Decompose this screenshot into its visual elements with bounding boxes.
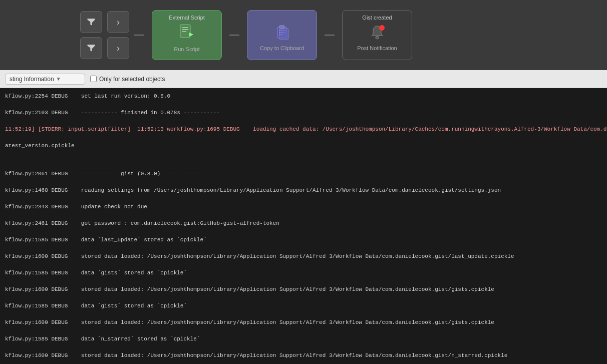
log-line: 11:52:19] [STDERR: input.scriptfilter] 1… (5, 125, 602, 134)
filter-select[interactable]: sting Information ▼ (5, 74, 85, 85)
gist-node-inner: Post Notification (357, 24, 397, 51)
clipboard-node-inner: Copy to Clipboard (260, 24, 304, 51)
clipboard-icon (273, 24, 290, 43)
script-node-title: External Script (152, 15, 221, 21)
filter-select-label: sting Information (10, 76, 54, 83)
log-line: kflow.py:1468 DEBUG reading settings fro… (5, 186, 602, 195)
external-script-node[interactable]: External Script Run Script (152, 10, 222, 60)
clipboard-node[interactable]: Copy to Clipboard (247, 10, 317, 60)
log-line (5, 158, 602, 161)
filter-node-1[interactable] (80, 11, 102, 33)
log-line: kflow.py:2461 DEBUG got password : com.d… (5, 219, 602, 228)
workflow-canvas: › › External Script Run Script (0, 0, 607, 70)
arrow-node-2[interactable]: › (107, 37, 129, 59)
red-dot-indicator (379, 25, 385, 31)
log-line: kflow.py:2103 DEBUG ----------- finished… (5, 109, 602, 117)
filter-icon-2 (86, 43, 96, 53)
log-line: kflow.py:1585 DEBUG data `n_starred` sto… (5, 335, 602, 343)
svg-point-11 (376, 36, 379, 39)
svg-rect-6 (279, 26, 284, 29)
gist-node-label: Post Notification (357, 45, 397, 51)
log-line: atest_version.cpickle (5, 142, 602, 150)
log-line: kflow.py:2343 DEBUG update check not due (5, 203, 602, 211)
checkbox-label-text: Only for selected objects (99, 76, 165, 83)
svg-rect-10 (279, 29, 288, 40)
toolbar: sting Information ▼ Only for selected ob… (0, 70, 607, 88)
filter-node-2[interactable] (80, 37, 102, 59)
arrow-node-1[interactable]: › (107, 11, 129, 33)
script-node-icon (178, 24, 195, 44)
svg-rect-0 (180, 25, 190, 38)
log-line: kflow.py:2254 DEBUG set last run version… (5, 92, 602, 101)
gist-node-title: Gist created (343, 15, 412, 21)
run-script-icon (178, 24, 195, 41)
arrow-group: › › (107, 11, 129, 59)
filter-icon-1 (86, 17, 96, 27)
log-line: kflow.py:1585 DEBUG data `last_update` s… (5, 236, 602, 244)
script-node-label: Run Script (174, 46, 199, 52)
connector-1 (134, 35, 144, 36)
connector-3 (325, 35, 335, 36)
log-line: kflow.py:1585 DEBUG data `gists` stored … (5, 302, 602, 310)
selected-objects-checkbox-label[interactable]: Only for selected objects (90, 76, 165, 83)
log-line: kflow.py:1600 DEBUG stored data loaded: … (5, 285, 602, 294)
workflow-nodes: › › External Script Run Script (10, 0, 420, 70)
script-node-inner: Run Script (174, 24, 199, 52)
clipboard-node-label: Copy to Clipboard (260, 45, 304, 51)
log-line: kflow.py:2061 DEBUG ----------- gist (0.… (5, 170, 602, 178)
clipboard-svg-icon (273, 24, 290, 41)
gist-node[interactable]: Gist created Post Notification (342, 10, 412, 60)
filter-group (80, 11, 102, 59)
log-output[interactable]: kflow.py:2254 DEBUG set last run version… (0, 88, 607, 364)
selected-objects-checkbox[interactable] (90, 76, 97, 82)
log-line: kflow.py:1600 DEBUG stored data loaded: … (5, 318, 602, 327)
log-line: kflow.py:1585 DEBUG data `gists` stored … (5, 269, 602, 277)
chevron-down-icon: ▼ (56, 76, 61, 82)
log-line: kflow.py:1600 DEBUG stored data loaded: … (5, 351, 602, 360)
gist-notification-icon (369, 24, 386, 43)
connector-2 (229, 35, 239, 36)
log-line: kflow.py:1600 DEBUG stored data loaded: … (5, 252, 602, 261)
svg-marker-4 (189, 33, 193, 37)
